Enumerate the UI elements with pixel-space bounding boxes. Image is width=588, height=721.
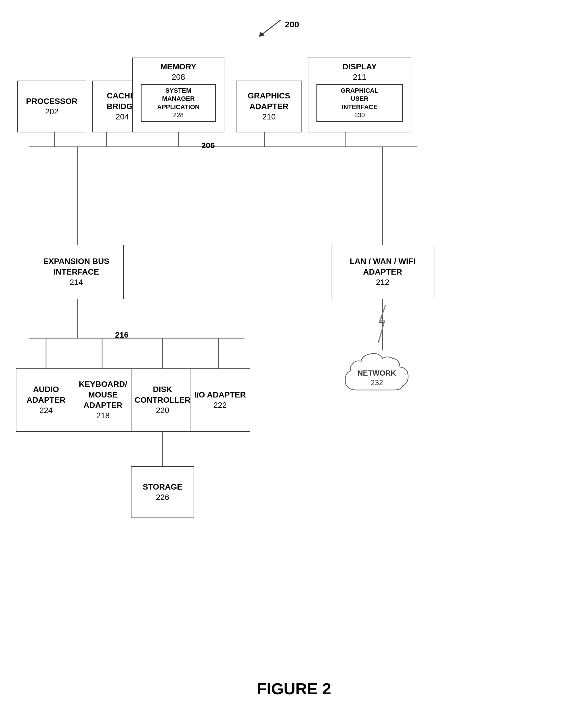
display-node: DISPLAY 211 GRAPHICALUSERINTERFACE 230 [308, 58, 412, 132]
cache-bridge-num: 204 [115, 112, 129, 122]
lan-wan-num: 212 [376, 277, 390, 288]
io-adapter-node: I/O ADAPTER 222 [190, 368, 250, 432]
svg-text:NETWORK: NETWORK [358, 369, 396, 377]
network-node: NETWORK 232 [334, 345, 420, 404]
memory-node: MEMORY 208 SYSTEMMANAGERAPPLICATION 228 [132, 58, 224, 132]
keyboard-mouse-node: KEYBOARD/MOUSEADAPTER 218 [73, 368, 133, 432]
lightning-connector-icon [373, 299, 393, 348]
bus-216-label: 216 [115, 330, 129, 339]
audio-adapter-label: AUDIOADAPTER [26, 384, 65, 405]
audio-adapter-num: 224 [39, 405, 53, 416]
graphics-adapter-num: 210 [262, 112, 276, 122]
svg-marker-1 [259, 32, 265, 37]
gui-num: 230 [354, 111, 365, 120]
storage-node: STORAGE 226 [131, 466, 194, 518]
arrow-200-icon [253, 17, 288, 40]
display-num: 211 [353, 72, 366, 82]
svg-text:232: 232 [371, 378, 383, 387]
figure-label: FIGURE 2 [257, 679, 331, 698]
svg-line-0 [262, 20, 280, 35]
network-cloud-icon: NETWORK 232 [334, 345, 420, 403]
processor-num: 202 [45, 106, 59, 117]
gui-label: GRAPHICALUSERINTERFACE [341, 87, 379, 111]
expansion-bus-label: EXPANSION BUSINTERFACE [43, 256, 109, 277]
system-manager-node: SYSTEMMANAGERAPPLICATION 228 [141, 84, 216, 122]
storage-num: 226 [156, 492, 169, 502]
disk-controller-label: DISKCONTROLLER [134, 384, 190, 405]
keyboard-mouse-label: KEYBOARD/MOUSEADAPTER [79, 379, 127, 410]
system-manager-label: SYSTEMMANAGERAPPLICATION [157, 87, 200, 111]
keyboard-mouse-num: 218 [97, 410, 110, 421]
disk-controller-node: DISKCONTROLLER 220 [131, 368, 194, 432]
disk-controller-num: 220 [156, 405, 169, 416]
expansion-bus-num: 214 [70, 277, 83, 288]
system-manager-num: 228 [173, 111, 184, 120]
processor-node: PROCESSOR 202 [17, 81, 86, 132]
bus-206-label: 206 [202, 141, 215, 150]
expansion-bus-node: EXPANSION BUSINTERFACE 214 [29, 245, 124, 299]
io-adapter-label: I/O ADAPTER [194, 390, 246, 400]
display-label: DISPLAY [343, 62, 377, 72]
audio-adapter-node: AUDIOADAPTER 224 [16, 368, 76, 432]
lan-wan-label: LAN / WAN / WIFIADAPTER [350, 256, 416, 277]
storage-label: STORAGE [143, 482, 182, 492]
memory-num: 208 [172, 72, 185, 82]
gui-node: GRAPHICALUSERINTERFACE 230 [316, 84, 403, 122]
graphics-adapter-node: GRAPHICSADAPTER 210 [236, 81, 302, 132]
lan-wan-node: LAN / WAN / WIFIADAPTER 212 [331, 245, 434, 299]
processor-label: PROCESSOR [26, 96, 78, 106]
memory-label: MEMORY [161, 62, 196, 72]
io-adapter-num: 222 [213, 400, 227, 410]
graphics-adapter-label: GRAPHICSADAPTER [248, 91, 290, 112]
